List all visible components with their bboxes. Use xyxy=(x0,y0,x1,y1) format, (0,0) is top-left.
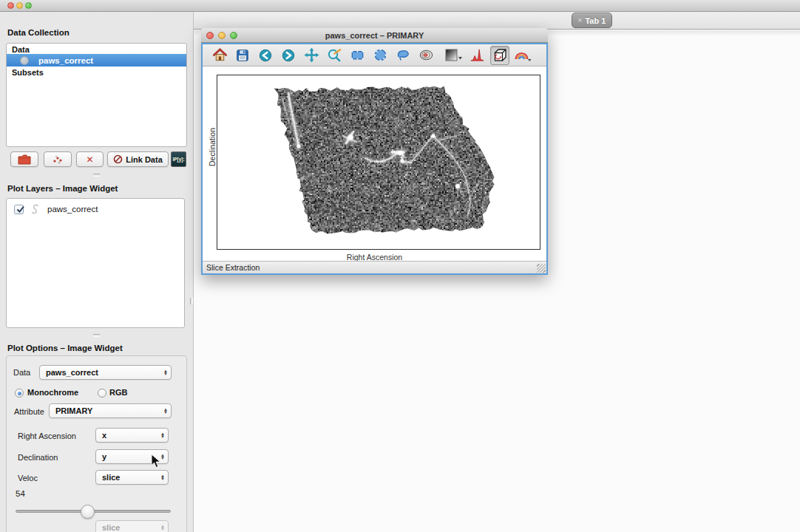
slice-slider-handle[interactable] xyxy=(81,505,95,519)
new-subset-button[interactable] xyxy=(44,151,72,167)
home-icon[interactable] xyxy=(210,46,229,65)
plot-layers-title: Plot Layers – Image Widget xyxy=(7,184,118,193)
scatter-icon xyxy=(52,154,64,165)
delete-data-button[interactable]: ✕ xyxy=(76,151,104,167)
zoom-button[interactable] xyxy=(25,2,32,9)
dataset-color-icon xyxy=(20,56,29,65)
window-titlebar[interactable]: paws_correct – PRIMARY xyxy=(201,28,548,43)
histogram-icon[interactable] xyxy=(467,46,487,65)
slice-value: 54 xyxy=(16,489,25,498)
attribute-dropdown-value: PRIMARY xyxy=(50,406,160,415)
open-data-button[interactable] xyxy=(10,151,38,167)
link-data-label: Link Data xyxy=(126,155,163,164)
splitter-grip[interactable] xyxy=(93,334,100,337)
forward-icon[interactable] xyxy=(279,46,298,65)
splitter-grip[interactable] xyxy=(93,174,100,177)
tree-subsets-header: Subsets xyxy=(7,66,44,78)
statusbar-text: Slice Extraction xyxy=(206,263,260,272)
window-title: paws_correct – PRIMARY xyxy=(325,31,424,40)
data-toolbar: ✕ Link Data IP[y]: xyxy=(0,151,194,168)
dec-dropdown-value: y xyxy=(96,452,157,461)
layer-label: paws_correct xyxy=(47,205,98,214)
folder-icon xyxy=(18,154,31,165)
link-data-button[interactable]: Link Data xyxy=(107,151,169,167)
rainbow-icon[interactable] xyxy=(513,46,532,65)
plot-layers-list: paws_correct xyxy=(6,198,185,328)
link-icon xyxy=(113,154,123,164)
sidebar-splitter-grip[interactable] xyxy=(190,298,193,304)
data-dropdown[interactable]: paws_correct ▲▼ xyxy=(39,365,172,380)
plot-options-title: Plot Options – Image Widget xyxy=(7,344,123,352)
tree-data-header: Data xyxy=(7,44,186,55)
tab-label: Tab 1 xyxy=(585,16,606,25)
sidebar: Data Collection Data paws_correct Subset… xyxy=(0,12,194,532)
glue-layer-icon xyxy=(30,204,41,214)
rgb-radio[interactable] xyxy=(98,389,106,398)
ra-dropdown[interactable]: x ▲▼ xyxy=(95,428,169,443)
data-collection-title: Data Collection xyxy=(7,28,70,37)
rect-select-icon[interactable] xyxy=(348,46,367,65)
dec-field-label: Declination xyxy=(18,453,58,462)
pan-icon[interactable] xyxy=(302,46,321,65)
ipython-terminal-button[interactable]: IP[y]: xyxy=(171,151,186,167)
ra-dropdown-value: x xyxy=(96,431,157,440)
data-dropdown-value: paws_correct xyxy=(40,368,160,377)
extra-slice-value: slice xyxy=(96,523,157,532)
veloc-field-label: Veloc xyxy=(18,474,38,482)
data-collection-tree: Data paws_correct Subsets xyxy=(6,43,187,147)
stepper-icon: ▲▼ xyxy=(157,474,168,481)
stepper-icon: ▲▼ xyxy=(160,408,171,415)
axes-box[interactable] xyxy=(217,75,540,250)
back-icon[interactable] xyxy=(256,46,275,65)
window-statusbar: Slice Extraction xyxy=(203,261,546,273)
close-button[interactable] xyxy=(7,2,14,9)
monochrome-label: Monochrome xyxy=(27,388,78,397)
cube-icon[interactable] xyxy=(490,46,509,65)
stepper-icon: ▲▼ xyxy=(157,525,168,531)
tree-item-label: paws_correct xyxy=(38,56,93,65)
veloc-dropdown[interactable]: slice ▲▼ xyxy=(95,470,169,485)
image-widget-window[interactable]: paws_correct – PRIMARY xyxy=(201,28,548,275)
plot-options-panel: Data paws_correct ▲▼ Monochrome RGB Attr… xyxy=(6,355,187,532)
check-icon xyxy=(16,205,25,214)
monochrome-radio[interactable] xyxy=(15,389,24,398)
slice-slider-track[interactable] xyxy=(16,510,171,513)
ra-field-label: Right Ascension xyxy=(18,432,76,440)
attribute-dropdown[interactable]: PRIMARY ▲▼ xyxy=(49,403,172,418)
window-body: Declination Right Ascension Slice Extrac… xyxy=(201,43,548,275)
zoom-icon[interactable] xyxy=(325,46,344,65)
save-icon[interactable] xyxy=(233,46,252,65)
rgb-label: RGB xyxy=(109,388,127,397)
delete-icon: ✕ xyxy=(86,154,93,165)
plot-toolbar xyxy=(203,44,546,66)
image-data-canvas[interactable] xyxy=(217,75,540,249)
window-close-button[interactable] xyxy=(206,32,214,39)
layer-visibility-checkbox[interactable] xyxy=(14,205,24,214)
stepper-icon: ▲▼ xyxy=(160,369,171,376)
tree-item-paws-correct[interactable]: paws_correct xyxy=(7,54,186,66)
stepper-icon: ▲▼ xyxy=(157,432,168,439)
extra-slice-dropdown: slice ▲▼ xyxy=(95,520,169,532)
circle-select-icon[interactable] xyxy=(370,46,390,65)
colormap-icon[interactable] xyxy=(444,46,464,65)
ipython-icon: IP[y]: xyxy=(172,157,184,162)
layer-row-paws-correct[interactable]: paws_correct xyxy=(14,204,98,214)
tab-bar xyxy=(194,12,800,30)
data-field-label: Data xyxy=(13,368,30,377)
tab-close-icon[interactable]: × xyxy=(578,17,583,24)
attribute-field-label: Attribute xyxy=(14,407,44,416)
minimize-button[interactable] xyxy=(16,2,23,9)
window-minimize-button[interactable] xyxy=(218,32,226,39)
veloc-dropdown-value: slice xyxy=(96,473,157,482)
mouse-cursor xyxy=(151,454,161,468)
y-axis-label: Declination xyxy=(208,128,217,166)
plot-region: Declination Right Ascension xyxy=(203,66,546,261)
tab-1[interactable]: × Tab 1 xyxy=(572,13,612,28)
window-zoom-button[interactable] xyxy=(230,32,237,39)
resize-grip-icon[interactable] xyxy=(537,264,546,273)
lasso-icon[interactable] xyxy=(393,46,413,65)
app-titlebar xyxy=(0,0,800,12)
contour-icon[interactable] xyxy=(416,46,435,65)
